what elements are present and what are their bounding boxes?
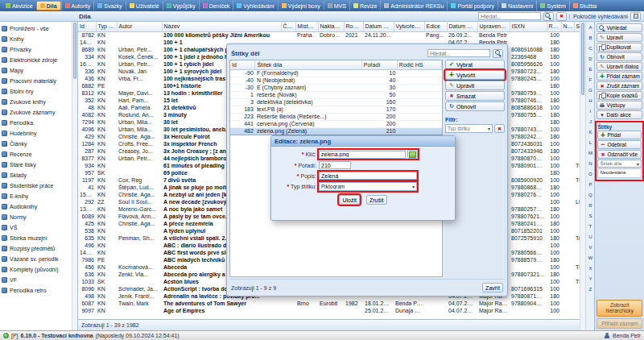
cancel-button[interactable]: Zrušit	[366, 195, 387, 205]
sidebar-item[interactable]: Sklady	[0, 170, 72, 180]
labels-dialog-header[interactable]: Štítky děl	[229, 47, 505, 60]
table-row[interactable]: 8782 KN 100 000 kilometrů pěšky Jižní Am…	[78, 31, 600, 39]
label-action-button[interactable]: Odebrat	[597, 140, 642, 149]
dialog-search-button[interactable]	[493, 49, 503, 58]
edit-dialog-titlebar[interactable]: Editace: zelena.png	[271, 136, 455, 147]
action-button[interactable]: Vyhledat	[597, 23, 642, 32]
sidebar-item[interactable]: Hudebniny	[0, 128, 72, 139]
show-hierarchy-button[interactable]: Zobrazit hierarchicky	[597, 300, 642, 317]
alphabet-letter[interactable]: I	[590, 106, 592, 117]
column-header[interactable]: Id	[78, 22, 96, 31]
column-header[interactable]: Rodič HS	[397, 60, 441, 69]
dialog-action-button[interactable]: Upravit	[445, 81, 505, 90]
assign-record-button[interactable]: Přiřadit záznam	[597, 318, 642, 329]
sidebar-item[interactable]: Komplety (původní)	[0, 264, 72, 275]
sidebar-item[interactable]: VF	[0, 275, 72, 285]
label-row[interactable]: -40 N (Neobjednat) 40	[230, 77, 442, 84]
column-header[interactable]: Nakladatel	[318, 22, 344, 31]
alphabet-letter[interactable]: O	[588, 169, 592, 180]
sidebar-scrollbar[interactable]	[72, 22, 77, 330]
alphabet-letter[interactable]: Y	[588, 274, 592, 284]
label-filter-combo[interactable]: Štítek díla ▾	[597, 160, 642, 168]
alphabet-letter[interactable]: T	[589, 222, 592, 232]
column-header[interactable]: Datum úpravy...	[447, 22, 477, 31]
alphabet-letter[interactable]: K	[588, 127, 592, 138]
alphabet-letter[interactable]: X	[588, 263, 592, 274]
menu-item[interactable]: Systém	[536, 1, 568, 10]
label-row[interactable]: -30 E (Chybný záznam) 30	[230, 84, 442, 91]
scrollbar-thumb[interactable]	[581, 23, 584, 95]
clear-search-button[interactable]	[556, 12, 567, 21]
column-header[interactable]: Autor	[117, 22, 162, 31]
action-button[interactable]: Přidat záznam	[597, 72, 642, 81]
sidebar-item[interactable]: Přívazky	[0, 44, 72, 55]
scrollbar-thumb[interactable]	[73, 23, 76, 79]
label-action-button[interactable]: Přidat	[597, 131, 642, 139]
alphabet-letter[interactable]: J	[589, 117, 592, 127]
alphabet-letter[interactable]: L	[589, 138, 592, 148]
action-button[interactable]: Upravit	[597, 33, 642, 42]
dialog-action-button[interactable]: Vybrat	[445, 60, 505, 69]
current-user[interactable]: Benda Petr	[613, 333, 641, 338]
menu-item[interactable]: MVS	[324, 1, 349, 10]
menu-item[interactable]: Revize	[349, 1, 380, 10]
menu-item[interactable]: Administrátor REKSu	[380, 1, 447, 10]
column-header[interactable]: ISXN	[510, 22, 547, 31]
menu-item[interactable]: Výpůjčky	[163, 1, 199, 10]
action-button[interactable]: Výstupy	[597, 101, 642, 110]
column-header[interactable]: Upravena u...	[477, 22, 510, 31]
label-row[interactable]: 441 cervena.png (Červená) 200	[230, 120, 442, 127]
label-action-button[interactable]: Odznačit vše	[597, 150, 642, 159]
column-header[interactable]: Rok vydání	[344, 22, 363, 31]
column-header[interactable]: Id	[230, 60, 255, 69]
action-button[interactable]: Kopie svazků	[597, 91, 642, 100]
menu-item[interactable]: Akvizice	[2, 1, 36, 10]
label-type-select[interactable]: Piktogram ▾	[319, 182, 417, 191]
sidebar-item[interactable]: Pracovní materiály	[0, 76, 72, 86]
menu-item[interactable]: Autority	[61, 1, 94, 10]
label-list-item[interactable]: Neodeslané	[600, 170, 639, 175]
panel-pin-button[interactable]	[630, 12, 641, 21]
column-header[interactable]: Název	[162, 22, 281, 31]
sidebar-item[interactable]: Periodika retro	[0, 285, 72, 296]
label-row[interactable]: 223 Rešerše Benda (Rešerše...) 200	[230, 113, 442, 120]
sidebar-item[interactable]: Vázané sv. periodik	[0, 254, 72, 264]
label-row[interactable]: 482 zelena.png (Zelená) 210	[230, 127, 442, 135]
column-header[interactable]: Část	[281, 22, 295, 31]
alphabet-letter[interactable]: R	[588, 201, 592, 211]
alphabet-letter[interactable]: Z	[589, 284, 592, 295]
sidebar-item[interactable]: Zvukové knihy	[0, 97, 72, 107]
alphabet-letter[interactable]: U	[588, 232, 592, 243]
menu-item[interactable]: Uživatelé	[126, 1, 163, 10]
pick-image-button[interactable]	[407, 150, 418, 159]
alphabet-letter[interactable]: B	[588, 33, 592, 44]
alphabet-letter[interactable]: D	[588, 54, 592, 64]
close-dialog-button[interactable]: Zavřít	[482, 283, 503, 292]
menu-item[interactable]: Díla	[36, 1, 61, 10]
alphabet-letter[interactable]: P	[588, 180, 592, 190]
table-row[interactable]: 6087 KN Twain, Mark The adventures of To…	[78, 300, 600, 307]
column-header[interactable]: Typ dokumentu	[96, 22, 117, 31]
alphabet-letter[interactable]: H	[588, 96, 592, 106]
alphabet-letter[interactable]: W	[588, 253, 593, 263]
alphabet-letter[interactable]: C	[588, 44, 592, 54]
dialog-action-button[interactable]: Vytvořit	[445, 70, 505, 80]
column-header[interactable]: Pořadí	[361, 60, 397, 69]
menu-item[interactable]: Deníček	[199, 1, 233, 10]
dialog-action-button[interactable]: Smazat	[445, 91, 505, 101]
sidebar-item[interactable]: Mapy	[0, 65, 72, 76]
menu-item[interactable]: Vyhledávání	[233, 1, 277, 10]
menu-item[interactable]: Svazky	[93, 1, 126, 10]
menu-item[interactable]: Služba	[569, 1, 600, 10]
label-row[interactable]: 3 detektivka (detektivka) 160	[230, 98, 442, 106]
column-header[interactable]: Nosič	[561, 22, 574, 31]
save-button[interactable]: Uložit	[339, 195, 360, 205]
dialog-search-input[interactable]	[427, 49, 490, 57]
alphabet-letter[interactable]: M	[588, 148, 592, 159]
column-header[interactable]: Edice	[424, 22, 447, 31]
column-header[interactable]: Datum vytvoř...	[363, 22, 394, 31]
sidebar-item[interactable]: Audioknihy	[0, 201, 72, 212]
sidebar-item[interactable]: Stolní hry	[0, 86, 72, 97]
menu-item[interactable]: Výdejní boxy	[278, 1, 324, 10]
dialog-action-button[interactable]: Obnovit	[445, 102, 505, 111]
